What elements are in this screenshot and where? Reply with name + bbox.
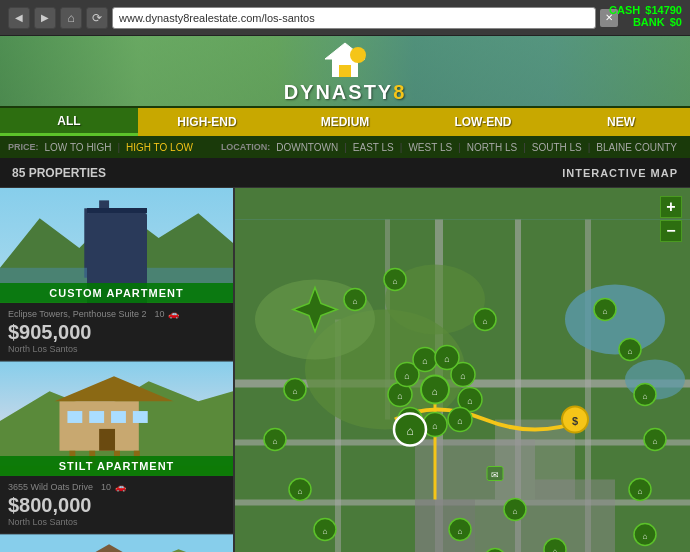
- svg-rect-11: [109, 213, 114, 218]
- svg-rect-10: [102, 213, 107, 218]
- svg-text:⌂: ⌂: [406, 424, 413, 438]
- svg-rect-17: [95, 233, 100, 238]
- apt3-svg: [0, 534, 233, 552]
- address-text-2: 3655 Wild Oats Drive: [8, 482, 93, 492]
- property-image-1: CUSTOM APARTMENT: [0, 188, 233, 303]
- logo-number: 8: [393, 81, 406, 103]
- property-image-2: STILT APARTMENT: [0, 361, 233, 476]
- svg-rect-16: [88, 233, 93, 238]
- property-label-1: CUSTOM APARTMENT: [0, 283, 233, 303]
- svg-text:⌂: ⌂: [422, 356, 427, 366]
- bank-label: BANK: [633, 16, 665, 28]
- cash-amount: $14790: [645, 4, 682, 16]
- filter-north-ls[interactable]: NORTH LS: [467, 142, 517, 153]
- back-button[interactable]: ◀: [8, 7, 30, 29]
- svg-rect-30: [89, 411, 104, 423]
- zoom-in-button[interactable]: +: [660, 196, 682, 218]
- svg-text:⌂: ⌂: [643, 392, 648, 401]
- logo-text: DYNASTY8: [284, 81, 407, 104]
- filter-east-ls[interactable]: EAST LS: [353, 142, 394, 153]
- property-info-2: 3655 Wild Oats Drive 10 🚗 $800,000 North…: [0, 476, 233, 533]
- tab-new[interactable]: NEW: [552, 108, 690, 136]
- svg-text:⌂: ⌂: [353, 297, 358, 306]
- svg-rect-32: [133, 411, 148, 423]
- svg-text:⌂: ⌂: [553, 547, 558, 553]
- property-label-2: STILT APARTMENT: [0, 456, 233, 476]
- tab-lowend[interactable]: LOW-END: [414, 108, 552, 136]
- nav-tabs: ALL HIGH-END MEDIUM LOW-END NEW: [0, 106, 690, 136]
- svg-text:⌂: ⌂: [432, 421, 437, 431]
- svg-rect-19: [109, 233, 114, 238]
- filter-bar: PRICE: LOW TO HIGH | HIGH TO LOW LOCATIO…: [0, 136, 690, 158]
- svg-text:⌂: ⌂: [643, 532, 648, 541]
- filter-downtown[interactable]: DOWNTOWN: [276, 142, 338, 153]
- properties-count: 85 PROPERTIES: [12, 166, 106, 180]
- svg-text:⌂: ⌂: [603, 307, 608, 316]
- svg-text:⌂: ⌂: [293, 387, 298, 396]
- svg-text:⌂: ⌂: [404, 371, 409, 381]
- svg-point-2: [350, 47, 366, 63]
- svg-text:⌂: ⌂: [393, 277, 398, 286]
- svg-text:⌂: ⌂: [458, 527, 463, 536]
- svg-rect-29: [67, 411, 82, 423]
- property-list: CUSTOM APARTMENT Eclipse Towers, Penthou…: [0, 188, 235, 552]
- svg-rect-13: [95, 223, 100, 228]
- logo-container: DYNASTY8: [284, 39, 407, 104]
- cash-bank-display: CASH $14790 BANK $0: [609, 4, 682, 28]
- svg-text:⌂: ⌂: [444, 354, 449, 364]
- cash-label: CASH: [609, 4, 640, 16]
- address-bar[interactable]: [112, 7, 596, 29]
- logo-dynasty: DYNASTY: [284, 81, 394, 103]
- svg-text:⌂: ⌂: [628, 347, 633, 356]
- interactive-map-link[interactable]: INTERACTIVE MAP: [562, 167, 678, 179]
- browser-chrome: ◀ ▶ ⌂ ⟳ ✕: [0, 0, 690, 36]
- refresh-button[interactable]: ⟳: [86, 7, 108, 29]
- price-filter-label: PRICE:: [8, 142, 39, 152]
- property-card-3[interactable]: [0, 534, 233, 552]
- home-button[interactable]: ⌂: [60, 7, 82, 29]
- svg-text:⌂: ⌂: [432, 386, 438, 397]
- garage-icon-2: 🚗: [115, 482, 126, 492]
- svg-text:$: $: [572, 415, 578, 427]
- svg-rect-6: [84, 208, 124, 277]
- bank-line: BANK $0: [609, 16, 682, 28]
- property-address-2: 3655 Wild Oats Drive 10 🚗: [8, 482, 225, 492]
- filter-blaine[interactable]: BLAINE COUNTY: [596, 142, 677, 153]
- content-main: CUSTOM APARTMENT Eclipse Towers, Penthou…: [0, 188, 690, 552]
- forward-button[interactable]: ▶: [34, 7, 56, 29]
- garage-count-1: 10: [154, 309, 164, 319]
- property-location-1: North Los Santos: [8, 344, 225, 354]
- property-card[interactable]: CUSTOM APARTMENT Eclipse Towers, Penthou…: [0, 188, 233, 361]
- filter-south-ls[interactable]: SOUTH LS: [532, 142, 582, 153]
- svg-point-57: [565, 285, 665, 355]
- svg-text:⌂: ⌂: [460, 371, 465, 381]
- tab-all[interactable]: ALL: [0, 108, 138, 136]
- bank-amount: $0: [670, 16, 682, 28]
- svg-rect-15: [109, 223, 114, 228]
- filter-west-ls[interactable]: WEST LS: [408, 142, 452, 153]
- site-header: DYNASTY8: [0, 36, 690, 106]
- content-area: 85 PROPERTIES INTERACTIVE MAP: [0, 158, 690, 552]
- svg-rect-9: [95, 213, 100, 218]
- svg-text:⌂: ⌂: [457, 416, 462, 426]
- tab-highend[interactable]: HIGH-END: [138, 108, 276, 136]
- zoom-out-button[interactable]: −: [660, 220, 682, 242]
- tab-medium[interactable]: MEDIUM: [276, 108, 414, 136]
- svg-rect-31: [111, 411, 126, 423]
- svg-rect-7: [99, 200, 109, 215]
- address-text-1: Eclipse Towers, Penthouse Suite 2: [8, 309, 146, 319]
- property-price-1: $905,000: [8, 321, 225, 344]
- property-price-2: $800,000: [8, 494, 225, 517]
- filter-high-low[interactable]: HIGH TO LOW: [126, 142, 193, 153]
- svg-text:⌂: ⌂: [638, 487, 643, 496]
- svg-text:⌂: ⌂: [483, 317, 488, 326]
- filter-low-high[interactable]: LOW TO HIGH: [45, 142, 112, 153]
- property-card-2[interactable]: STILT APARTMENT 3655 Wild Oats Drive 10 …: [0, 361, 233, 534]
- svg-rect-33: [99, 429, 115, 451]
- map-area: ⌂ ⌂ ⌂ ⌂: [235, 188, 690, 552]
- garage-icon-1: 🚗: [168, 309, 179, 319]
- svg-text:✉: ✉: [491, 470, 499, 480]
- site-wrapper: DYNASTY8 ALL HIGH-END MEDIUM LOW-END NEW…: [0, 36, 690, 552]
- svg-rect-12: [88, 223, 93, 228]
- svg-rect-14: [102, 223, 107, 228]
